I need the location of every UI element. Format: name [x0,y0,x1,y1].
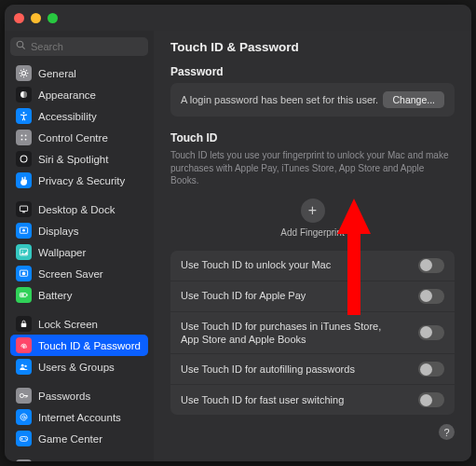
sidebar-item-users-groups[interactable]: Users & Groups [10,356,148,377]
add-fingerprint-button[interactable]: + [301,199,325,223]
add-fingerprint-label: Add Fingerprint [170,227,455,238]
sidebar: GeneralAppearanceAccessibilityControl Ce… [5,31,154,461]
svg-point-11 [22,229,25,232]
add-fingerprint: + Add Fingerprint [170,199,455,238]
touchid-description: Touch ID lets you use your fingerprint t… [170,149,455,187]
page-title: Touch ID & Password [170,31,455,65]
sidebar-item-label: Siri & Spotlight [38,154,108,165]
password-card: A login password has been set for this u… [170,83,455,116]
hand-icon [16,172,32,188]
sidebar-item-internet-accounts[interactable]: Internet Accounts [10,406,148,428]
sidebar-item-label: Users & Groups [38,362,115,373]
sidebar-item-touch-id-password[interactable]: Touch ID & Password [10,335,148,356]
svg-point-3 [21,135,23,137]
toggle-row: Use Touch ID to unlock your Mac [170,251,455,281]
titlebar [5,5,471,31]
sidebar-item-wallpaper[interactable]: Wallpaper [10,241,148,263]
sidebar-item-siri-spotlight[interactable]: Siri & Spotlight [10,148,148,170]
displays-icon [16,223,32,239]
sidebar-item-label: Control Centre [38,132,108,144]
sidebar-item-label: General [38,68,76,79]
sidebar-item-label: Game Center [38,433,102,445]
sidebar-item-label: Privacy & Security [38,175,125,186]
sidebar-item-game-center[interactable]: Game Center [10,428,148,449]
toggle-switch[interactable] [418,362,444,377]
password-status-text: A login password has been set for this u… [181,94,378,105]
sidebar-item-label: Battery [38,290,72,301]
toggle-switch[interactable] [418,392,444,407]
sidebar-item-desktop-dock[interactable]: Desktop & Dock [10,199,148,220]
sidebar-item-label: Wallpaper [38,247,86,258]
svg-point-21 [20,393,23,397]
svg-point-19 [21,364,24,367]
svg-point-20 [24,365,26,367]
toggle-row: Use Touch ID for purchases in iTunes Sto… [170,312,455,355]
touchid-toggles: Use Touch ID to unlock your MacUse Touch… [170,251,455,416]
gear-icon [16,65,32,81]
keyboard-icon [16,459,32,461]
search-input[interactable] [10,37,148,56]
fingerprint-icon [16,337,32,353]
sidebar-item-appearance[interactable]: Appearance [10,84,148,105]
sidebar-item-accessibility[interactable]: Accessibility [10,105,148,127]
toggle-label: Use Touch ID for autofilling passwords [181,363,418,376]
window-controls [14,13,58,23]
content-pane: Touch ID & Password Password A login pas… [154,31,471,461]
sidebar-item-label: Lock Screen [38,319,98,330]
maximize-button[interactable] [48,13,58,23]
change-password-button[interactable]: Change... [383,91,444,108]
accessibility-icon [16,108,32,124]
sidebar-item-label: Screen Saver [38,268,103,280]
plus-icon: + [308,202,317,219]
svg-point-2 [22,112,24,114]
sidebar-item-keyboard[interactable]: Keyboard [10,457,148,461]
sidebar-item-control-centre[interactable]: Control Centre [10,127,148,148]
toggle-switch[interactable] [418,325,444,340]
sidebar-item-screen-saver[interactable]: Screen Saver [10,263,148,284]
toggle-row: Use Touch ID for fast user switching [170,385,455,415]
control-icon [16,130,32,145]
toggle-label: Use Touch ID for fast user switching [181,393,418,406]
toggle-switch[interactable] [418,258,444,273]
svg-point-5 [21,139,23,141]
svg-point-13 [21,251,22,252]
svg-point-4 [25,135,27,137]
sidebar-item-label: Internet Accounts [38,412,121,423]
svg-rect-16 [27,294,28,295]
svg-point-6 [25,139,27,141]
search-wrap [10,34,148,62]
key-icon [16,388,32,404]
close-button[interactable] [14,13,24,23]
desktop-icon [16,201,32,217]
touchid-heading: Touch ID [170,131,455,144]
svg-rect-8 [20,206,27,212]
screensaver-icon [16,266,32,281]
toggle-switch[interactable] [418,289,444,304]
svg-point-0 [21,71,25,75]
help-button[interactable]: ? [439,424,455,440]
toggle-label: Use Touch ID to unlock your Mac [181,258,418,271]
main-area: GeneralAppearanceAccessibilityControl Ce… [5,31,471,461]
sidebar-item-label: Displays [38,226,78,237]
sidebar-item-label: Accessibility [38,111,97,122]
sidebar-item-lock-screen[interactable]: Lock Screen [10,313,148,335]
sidebar-item-privacy-security[interactable]: Privacy & Security [10,170,148,191]
sidebar-item-label: Touch ID & Password [38,340,141,351]
search-icon [16,40,26,50]
toggle-row: Use Touch ID for autofilling passwords [170,354,455,385]
lock-icon [16,316,32,332]
users-icon [16,359,32,375]
toggle-label: Use Touch ID for Apple Pay [181,289,418,302]
settings-window: GeneralAppearanceAccessibilityControl Ce… [5,5,471,461]
sidebar-item-displays[interactable]: Displays [10,220,148,241]
game-icon [16,431,32,446]
sidebar-item-general[interactable]: General [10,62,148,84]
toggle-row: Use Touch ID for Apple Pay [170,281,455,312]
toggle-label: Use Touch ID for purchases in iTunes Sto… [181,320,418,347]
minimize-button[interactable] [31,13,41,23]
sidebar-item-label: Passwords [38,391,90,402]
siri-icon [16,151,32,167]
sidebar-item-label: Desktop & Dock [38,204,115,215]
sidebar-item-passwords[interactable]: Passwords [10,385,148,406]
sidebar-item-battery[interactable]: Battery [10,284,148,306]
